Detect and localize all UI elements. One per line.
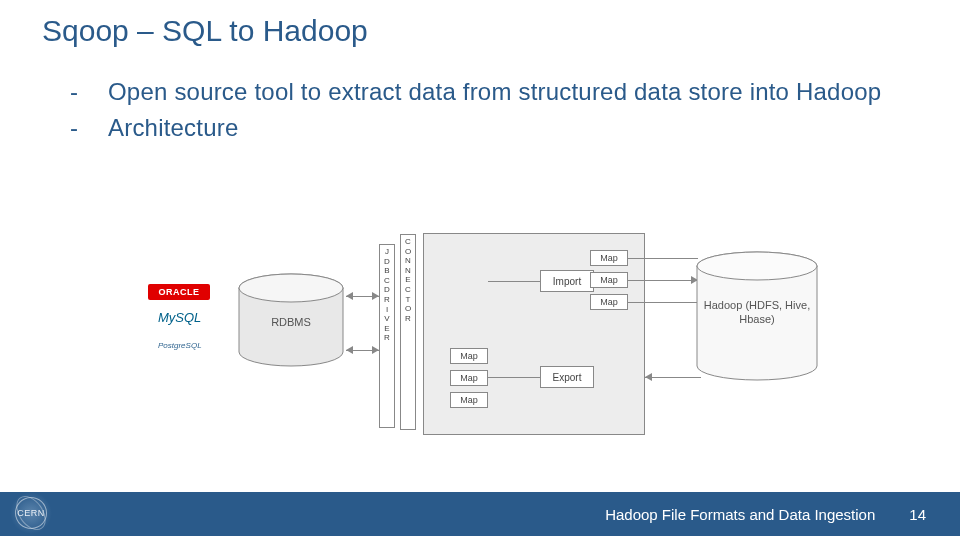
footer-text: Hadoop File Formats and Data Ingestion xyxy=(605,506,875,523)
arrow-left-icon xyxy=(346,292,353,300)
bullet-item: - Architecture xyxy=(70,112,910,144)
bullet-text: Open source tool to extract data from st… xyxy=(108,76,881,108)
hadoop-cylinder: Hadoop (HDFS, Hive, Hbase) xyxy=(693,250,821,384)
export-box: Export xyxy=(540,366,594,388)
map-task: Map xyxy=(590,294,628,310)
connector-line xyxy=(488,281,540,282)
map-task: Map xyxy=(450,348,488,364)
connector-line xyxy=(628,280,698,281)
rdbms-cylinder: RDBMS xyxy=(236,272,346,372)
connector-line xyxy=(628,258,698,259)
db-logos: ORACLE MySQL PostgreSQL xyxy=(148,284,238,362)
map-task: Map xyxy=(450,370,488,386)
slide: Sqoop – SQL to Hadoop - Open source tool… xyxy=(0,0,960,540)
slide-title: Sqoop – SQL to Hadoop xyxy=(0,0,960,48)
bullet-list: - Open source tool to extract data from … xyxy=(0,48,960,145)
oracle-logo: ORACLE xyxy=(148,284,210,300)
import-box: Import xyxy=(540,270,594,292)
footer-bar: Hadoop File Formats and Data Ingestion 1… xyxy=(0,492,960,536)
hadoop-label: Hadoop (HDFS, Hive, Hbase) xyxy=(693,298,821,327)
svg-point-1 xyxy=(239,274,343,302)
arrow-right-icon xyxy=(372,292,379,300)
page-number: 14 xyxy=(909,506,926,523)
jdbc-driver-strip: J D B C D R I V E R xyxy=(379,244,395,428)
connector-line xyxy=(488,377,540,378)
arrow-right-icon xyxy=(372,346,379,354)
svg-point-3 xyxy=(697,252,817,280)
arrow-left-icon xyxy=(346,346,353,354)
map-task: Map xyxy=(590,250,628,266)
rdbms-label: RDBMS xyxy=(236,316,346,328)
postgresql-logo: PostgreSQL xyxy=(148,334,238,356)
bullet-item: - Open source tool to extract data from … xyxy=(70,76,910,108)
arrow-left-icon xyxy=(645,373,652,381)
map-task: Map xyxy=(590,272,628,288)
bullet-dash-icon: - xyxy=(70,76,108,108)
bullet-dash-icon: - xyxy=(70,112,108,144)
connector-strip: C O N N E C T O R xyxy=(400,234,416,430)
cern-logo: CERN xyxy=(10,492,52,534)
mysql-logo: MySQL xyxy=(148,306,238,328)
map-task: Map xyxy=(450,392,488,408)
connector-line xyxy=(628,302,698,303)
architecture-diagram: ORACLE MySQL PostgreSQL RDBMS J D B C D … xyxy=(148,222,828,462)
bullet-text: Architecture xyxy=(108,112,238,144)
